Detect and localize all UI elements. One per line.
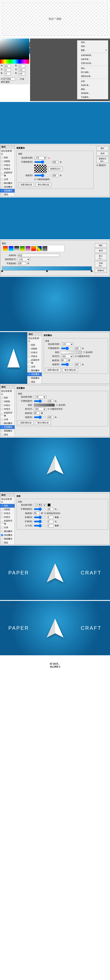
- shadow-opacity-slider[interactable]: [34, 508, 46, 511]
- gradient-presets: [2, 245, 64, 252]
- style-gradient-overlay[interactable]: 渐变叠加: [0, 185, 15, 189]
- shadow-color-swatch[interactable]: [47, 503, 50, 506]
- arrow-icon: ←: [60, 516, 62, 519]
- reset-default-button[interactable]: 复位为默认值: [36, 183, 51, 187]
- style-drop-shadow-sel[interactable]: 投影: [0, 504, 15, 508]
- canvas-size-label: 512 * 300: [49, 17, 61, 21]
- menu-gradient-map[interactable]: 渐变映射...: [77, 91, 108, 95]
- svg-marker-6: [55, 563, 63, 582]
- web-only-checkbox[interactable]: [17, 77, 20, 80]
- hue-slider[interactable]: [0, 59, 29, 64]
- s-input[interactable]: [4, 68, 11, 72]
- pattern-scale-input[interactable]: [52, 174, 58, 177]
- arrow-icon: ↘: [48, 157, 50, 159]
- bl-input[interactable]: [19, 72, 25, 75]
- menu-posterize[interactable]: 色调分离...: [77, 83, 108, 87]
- color-field[interactable]: [0, 38, 29, 59]
- grad-blend-select[interactable]: 正常: [61, 342, 74, 346]
- paper-craft-result-1: PAPER CRAFT: [0, 546, 110, 600]
- style-blend-default[interactable]: 混合选项:默认: [0, 149, 15, 156]
- svg-marker-3: [55, 455, 63, 474]
- preset-swatch[interactable]: [20, 246, 25, 251]
- ge-load-button[interactable]: 载入(L)...: [95, 254, 107, 260]
- style-list: 样式 混合选项:默认 投影 内阴影 外发光 内发光 斜面和浮雕 光泽 颜色叠加 …: [0, 145, 15, 196]
- style-satin[interactable]: 光泽: [0, 178, 15, 181]
- ge-cancel-button[interactable]: 取消: [95, 248, 107, 253]
- menu-hue-sat[interactable]: 色相/饱和度...: [77, 53, 108, 57]
- style-color-overlay[interactable]: 颜色叠加: [0, 181, 15, 185]
- menu-black-white[interactable]: 黑白...: [77, 66, 108, 70]
- pattern-opacity-input[interactable]: [52, 161, 58, 164]
- style-inner-shadow[interactable]: 内阴影: [0, 159, 15, 163]
- grad-opacity-slider[interactable]: [61, 347, 74, 350]
- paper-plane-icon: [45, 562, 66, 583]
- r-input[interactable]: [19, 64, 25, 68]
- h-input[interactable]: [4, 64, 11, 68]
- new-style-button[interactable]: 新建样式(W)...: [96, 157, 108, 163]
- gradient-preview-dark[interactable]: [34, 404, 55, 407]
- style-inner-glow[interactable]: 内发光: [0, 167, 15, 171]
- svg-marker-2: [47, 455, 55, 474]
- style-outer-glow[interactable]: 外发光: [0, 163, 15, 167]
- arrow-icon: ←: [58, 508, 60, 511]
- svg-marker-5: [47, 563, 55, 582]
- gradient-ramp[interactable]: [2, 266, 92, 270]
- svg-marker-0: [7, 348, 20, 368]
- preset-swatch[interactable]: [3, 246, 8, 251]
- hex-input[interactable]: [3, 78, 15, 81]
- preview-checkbox[interactable]: ☑ 预览(V): [96, 164, 108, 167]
- g-input[interactable]: [19, 68, 25, 72]
- style-gradient-overlay-sel[interactable]: 渐变叠加: [27, 372, 42, 376]
- style-pattern-overlay[interactable]: 图案叠加: [0, 189, 15, 192]
- ok-button[interactable]: 确定: [96, 146, 108, 151]
- paper-plane-icon: [45, 617, 66, 638]
- color-picker-panel: 当前 H: R: S: G: B: B: # 只有 Web 颜色: [0, 38, 29, 84]
- preset-swatch[interactable]: [31, 246, 36, 251]
- preset-swatch[interactable]: [9, 246, 14, 251]
- text-craft: CRAFT: [81, 570, 102, 576]
- gradient-name-input[interactable]: [18, 254, 60, 257]
- pattern-opacity-slider[interactable]: [34, 161, 51, 164]
- pattern-blend-select[interactable]: 正常: [34, 156, 47, 159]
- menu-brightness[interactable]: 亮度/对比度...: [77, 61, 108, 65]
- style-bevel[interactable]: 斜面和浮雕: [0, 171, 15, 178]
- footer-caption: 纸飞机完， 成让梦想飞: [0, 656, 110, 675]
- ge-save-button[interactable]: 存储(S)...: [95, 261, 107, 267]
- style-drop-shadow[interactable]: 投影: [0, 156, 15, 159]
- gradient-smooth-input[interactable]: [18, 262, 26, 265]
- paper-plane-result: [0, 438, 110, 492]
- menu-pattern[interactable]: 图案...: [77, 48, 108, 52]
- gradient-editor-dialog: 预设 名称(N): 渐变类型(T):实底 平滑度(M): % 确定 取消 载入(…: [0, 240, 110, 276]
- preset-swatch[interactable]: [42, 246, 47, 251]
- menu-threshold[interactable]: 阈值...: [77, 87, 108, 91]
- grad-style-select[interactable]: 线性: [61, 355, 74, 358]
- shadow-blend-select[interactable]: 正片叠底: [34, 503, 46, 507]
- preset-swatch[interactable]: [25, 246, 30, 251]
- ge-new-button[interactable]: 新建(W): [95, 268, 107, 273]
- gradient-type-select[interactable]: 实底: [18, 258, 30, 261]
- menu-color-balance[interactable]: 色彩平衡...: [77, 57, 108, 61]
- blue-pattern-result: [0, 197, 110, 239]
- cancel-button[interactable]: 取消: [96, 151, 108, 156]
- menu-gradient[interactable]: 渐变...: [77, 45, 108, 48]
- preset-swatch[interactable]: [37, 246, 42, 251]
- set-default-button[interactable]: 设置为默认值: [18, 183, 34, 187]
- snap-origin-button[interactable]: 贴紧原点(A): [48, 167, 63, 171]
- link-layer-checkbox[interactable]: ☑ 与图层链接(K): [34, 178, 50, 181]
- menu-invert[interactable]: 反相: [77, 80, 108, 83]
- pattern-thumbnail[interactable]: [34, 165, 47, 173]
- gradient-preview[interactable]: [61, 351, 82, 354]
- paper-craft-final: Wenfree psd PAPER CRAFT: [0, 601, 110, 655]
- ge-ok-button[interactable]: 确定: [95, 243, 107, 248]
- pattern-scale-slider[interactable]: [34, 174, 51, 177]
- menu-channel-mixer[interactable]: 通道混合器...: [77, 74, 108, 78]
- preset-swatch[interactable]: [14, 246, 19, 251]
- b-input[interactable]: [4, 72, 11, 75]
- pattern-title: 图案叠加: [16, 146, 94, 150]
- triangle-shape: [7, 348, 20, 368]
- menu-selective-color[interactable]: 可选颜色...: [77, 95, 108, 99]
- style-stroke[interactable]: 描边: [0, 192, 15, 196]
- color-values: H: R: S: G: B: B:: [0, 64, 29, 76]
- menu-solid-color[interactable]: 纯色...: [77, 40, 108, 45]
- menu-photo-filter[interactable]: 照片滤镜...: [77, 70, 108, 74]
